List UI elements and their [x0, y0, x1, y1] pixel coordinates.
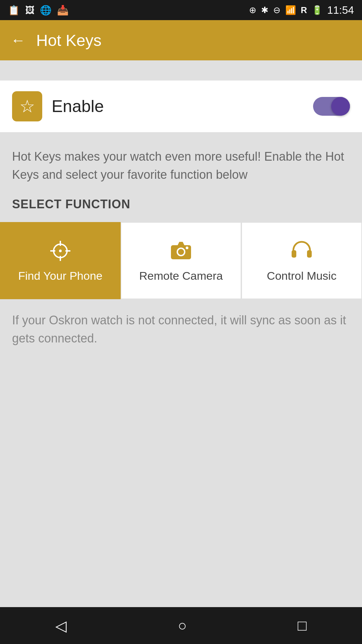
- star-icon: ☆: [19, 96, 35, 116]
- r-label: R: [301, 5, 307, 15]
- page-title: Hot Keys: [36, 31, 102, 50]
- sync-note: If your Oskron watch is not connected, i…: [0, 299, 362, 360]
- find-phone-label: Find Your Phone: [18, 269, 102, 282]
- description-section: Hot Keys makes your watch even more usef…: [0, 133, 362, 222]
- back-button[interactable]: ←: [11, 32, 25, 49]
- function-card-find-phone[interactable]: Find Your Phone: [0, 222, 121, 299]
- control-music-label: Control Music: [267, 269, 337, 282]
- crosshair-icon: [49, 239, 72, 263]
- select-function-label: SELECT FUNCTION: [12, 197, 350, 211]
- status-bar-left: 📋 🖼 🌐 📥: [8, 5, 69, 16]
- image-icon: 🖼: [25, 5, 35, 16]
- bottom-fill: [0, 360, 362, 607]
- svg-marker-7: [178, 242, 184, 245]
- enable-label: Enable: [52, 97, 304, 116]
- status-bar-right: ⊕ ✱ ⊖ 📶 R 🔋 11:54: [249, 4, 354, 16]
- nav-back-button[interactable]: ◁: [55, 617, 67, 634]
- enable-row: ☆ Enable: [0, 80, 362, 132]
- toggle-knob: [331, 97, 350, 116]
- function-card-control-music[interactable]: Control Music: [241, 222, 362, 299]
- description-text: Hot Keys makes your watch even more usef…: [12, 148, 350, 184]
- nav-bar: ◁ ○ □: [0, 607, 362, 644]
- svg-point-1: [59, 250, 62, 252]
- sync-note-text: If your Oskron watch is not connected, i…: [12, 311, 350, 347]
- svg-rect-11: [292, 250, 296, 258]
- add-circle-icon: ⊕: [249, 5, 256, 15]
- status-time: 11:54: [327, 4, 354, 16]
- globe-icon: 🌐: [40, 5, 52, 16]
- svg-rect-12: [307, 250, 312, 258]
- headphone-icon: [290, 239, 313, 263]
- app-bar: ← Hot Keys: [0, 20, 362, 60]
- signal-icon: 📶: [285, 5, 296, 15]
- status-bar: 📋 🖼 🌐 📥 ⊕ ✱ ⊖ 📶 R 🔋 11:54: [0, 0, 362, 20]
- remote-camera-label: Remote Camera: [139, 269, 223, 282]
- document-icon: 📋: [8, 5, 20, 16]
- bluetooth-icon: ✱: [261, 5, 268, 15]
- enable-icon-box: ☆: [12, 91, 42, 121]
- camera-icon: [169, 239, 193, 263]
- function-cards: Find Your Phone Remote Camera Control Mu…: [0, 222, 362, 299]
- svg-point-9: [178, 249, 184, 255]
- download-icon: 📥: [57, 5, 69, 16]
- nav-home-button[interactable]: ○: [178, 617, 187, 634]
- minus-circle-icon: ⊖: [273, 5, 281, 15]
- battery-icon: 🔋: [312, 5, 322, 15]
- enable-toggle[interactable]: [313, 97, 350, 116]
- gray-spacer: [0, 60, 362, 80]
- svg-point-10: [186, 247, 188, 249]
- function-card-remote-camera[interactable]: Remote Camera: [121, 222, 241, 299]
- nav-recent-button[interactable]: □: [298, 617, 307, 634]
